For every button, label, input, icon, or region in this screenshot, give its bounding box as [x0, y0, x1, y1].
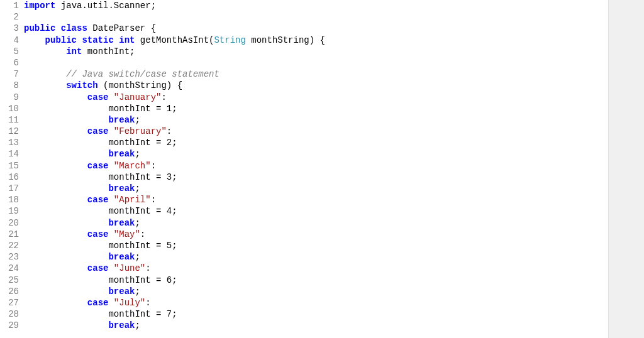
code-content[interactable]: case "March":: [24, 160, 608, 172]
code-content[interactable]: break;: [24, 320, 608, 331]
code-token: case: [87, 92, 109, 102]
code-content[interactable]: case "February":: [24, 126, 608, 137]
code-line[interactable]: 19 monthInt = 4;: [0, 205, 608, 217]
code-line[interactable]: 12 case "February":: [0, 126, 608, 137]
code-content[interactable]: monthInt = 2;: [24, 137, 608, 148]
code-token: monthInt = 4;: [24, 206, 177, 216]
code-line[interactable]: 8 switch (monthString) {: [0, 80, 608, 91]
code-line[interactable]: 16 monthInt = 3;: [0, 172, 608, 183]
line-number: 18: [0, 194, 24, 205]
code-line[interactable]: 11 break;: [0, 114, 608, 126]
code-line[interactable]: 9 case "January":: [0, 92, 608, 103]
code-content[interactable]: // Java switch/case statement: [24, 68, 608, 80]
code-token: [108, 126, 113, 136]
line-number: 11: [0, 114, 24, 126]
code-content[interactable]: import java.util.Scanner;: [24, 0, 608, 11]
code-token: :: [167, 126, 172, 136]
code-token: [24, 80, 66, 90]
code-line[interactable]: 27 case "July":: [0, 297, 608, 308]
code-line[interactable]: 24 case "June":: [0, 263, 608, 274]
code-content[interactable]: case "May":: [24, 229, 608, 240]
code-token: [108, 229, 113, 239]
code-line[interactable]: 22 monthInt = 5;: [0, 240, 608, 251]
code-token: "January": [114, 92, 162, 102]
line-number: 20: [0, 217, 24, 229]
code-content[interactable]: break;: [24, 286, 608, 297]
code-line[interactable]: 4 public static int getMonthAsInt(String…: [0, 35, 608, 46]
code-token: ;: [135, 252, 140, 262]
code-token: :: [145, 298, 150, 308]
code-token: :: [140, 229, 145, 239]
code-token: ;: [135, 286, 140, 297]
code-content[interactable]: monthInt = 3;: [24, 172, 608, 183]
line-number: 27: [0, 297, 24, 308]
code-editor[interactable]: 1import java.util.Scanner;23public class…: [0, 0, 609, 338]
code-line[interactable]: 29 break;: [0, 320, 608, 331]
code-content[interactable]: break;: [24, 217, 608, 229]
line-number: 24: [0, 263, 24, 274]
code-token: public static int: [45, 35, 135, 45]
code-token: ;: [135, 183, 140, 194]
code-line[interactable]: 14 break;: [0, 148, 608, 160]
code-line[interactable]: 5 int monthInt;: [0, 46, 608, 57]
code-token: [24, 218, 108, 228]
code-content[interactable]: [24, 57, 608, 68]
line-number: 23: [0, 251, 24, 263]
code-token: ;: [135, 149, 140, 159]
code-area[interactable]: 1import java.util.Scanner;23public class…: [0, 0, 608, 331]
line-number: 2: [0, 11, 24, 23]
code-line[interactable]: 2: [0, 11, 608, 23]
code-line[interactable]: 15 case "March":: [0, 160, 608, 172]
code-token: break: [108, 286, 135, 297]
code-content[interactable]: case "January":: [24, 92, 608, 103]
code-line[interactable]: 3public class DateParser {: [0, 23, 608, 34]
code-line[interactable]: 28 monthInt = 7;: [0, 308, 608, 320]
code-content[interactable]: break;: [24, 251, 608, 263]
line-number: 6: [0, 57, 24, 68]
code-line[interactable]: 26 break;: [0, 286, 608, 297]
code-token: int: [66, 46, 82, 57]
code-token: [24, 252, 108, 262]
code-token: case: [87, 161, 109, 171]
code-token: ;: [135, 218, 140, 228]
code-line[interactable]: 18 case "April":: [0, 194, 608, 205]
code-line[interactable]: 7 // Java switch/case statement: [0, 68, 608, 80]
code-token: "July": [114, 298, 145, 308]
code-content[interactable]: break;: [24, 183, 608, 194]
code-content[interactable]: [24, 11, 608, 23]
code-token: [24, 195, 87, 205]
code-content[interactable]: switch (monthString) {: [24, 80, 608, 91]
code-line[interactable]: 6: [0, 57, 608, 68]
code-token: break: [108, 115, 135, 125]
code-line[interactable]: 20 break;: [0, 217, 608, 229]
code-token: "June": [114, 263, 145, 273]
code-token: [24, 229, 87, 239]
code-line[interactable]: 25 monthInt = 6;: [0, 275, 608, 286]
line-number: 21: [0, 229, 24, 240]
code-content[interactable]: break;: [24, 114, 608, 126]
code-content[interactable]: monthInt = 4;: [24, 205, 608, 217]
code-content[interactable]: monthInt = 7;: [24, 308, 608, 320]
code-content[interactable]: case "July":: [24, 297, 608, 308]
code-content[interactable]: case "June":: [24, 263, 608, 274]
code-token: [24, 298, 87, 308]
line-number: 14: [0, 148, 24, 160]
code-token: monthInt = 7;: [24, 309, 177, 319]
code-line[interactable]: 10 monthInt = 1;: [0, 103, 608, 114]
code-content[interactable]: public static int getMonthAsInt(String m…: [24, 35, 608, 46]
code-content[interactable]: monthInt = 5;: [24, 240, 608, 251]
code-line[interactable]: 23 break;: [0, 251, 608, 263]
code-content[interactable]: case "April":: [24, 194, 608, 205]
code-token: "April": [114, 195, 151, 205]
line-number: 12: [0, 126, 24, 137]
code-content[interactable]: break;: [24, 148, 608, 160]
code-line[interactable]: 21 case "May":: [0, 229, 608, 240]
code-content[interactable]: public class DateParser {: [24, 23, 608, 34]
code-line[interactable]: 1import java.util.Scanner;: [0, 0, 608, 11]
code-line[interactable]: 17 break;: [0, 183, 608, 194]
code-token: [24, 161, 87, 171]
code-content[interactable]: monthInt = 1;: [24, 103, 608, 114]
code-content[interactable]: int monthInt;: [24, 46, 608, 57]
code-line[interactable]: 13 monthInt = 2;: [0, 137, 608, 148]
code-content[interactable]: monthInt = 6;: [24, 275, 608, 286]
